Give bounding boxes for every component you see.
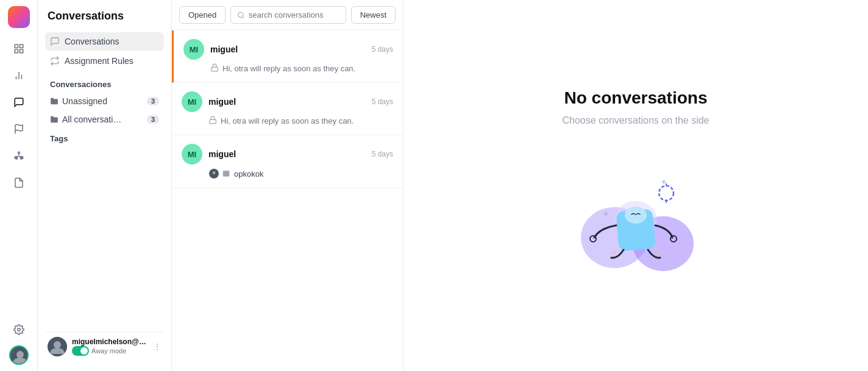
- sidebar-folder-all-conversations[interactable]: All conversati… 3: [45, 111, 164, 128]
- conv-preview-0: Hi, otra will reply as soon as they can.: [183, 63, 393, 74]
- svg-point-13: [16, 351, 24, 358]
- conversation-toolbar: Opened Newest: [172, 0, 403, 30]
- svg-line-17: [243, 16, 244, 18]
- sidebar-conversations-label: Conversations: [65, 37, 119, 46]
- nav-icon-reports[interactable]: [8, 38, 30, 60]
- conv-item-header-1: MI miguel 5 days: [182, 91, 393, 112]
- conv-avatar-initials-1: MI: [188, 97, 196, 107]
- svg-rect-2: [20, 50, 23, 53]
- sidebar-section-conversaciones: Conversaciones: [45, 74, 164, 93]
- conv-avatar-initials-0: MI: [190, 45, 198, 54]
- sidebar-unassigned-label: Unassigned: [62, 96, 107, 106]
- conversation-item-1[interactable]: MI miguel 5 days Hi, otra will reply as …: [172, 83, 403, 135]
- sidebar-tags-section: Tags: [45, 129, 164, 148]
- conv-preview-2: opkokok: [182, 168, 393, 179]
- svg-point-15: [54, 341, 61, 348]
- conv-preview-icon-0: [210, 63, 219, 74]
- conv-preview-text-0: Hi, otra will reply as soon as they can.: [222, 64, 355, 73]
- user-more-button[interactable]: ⋮: [153, 342, 162, 352]
- user-icon-small[interactable]: [9, 345, 29, 365]
- sort-button[interactable]: Newest: [351, 6, 396, 24]
- conversation-list: MI miguel 5 days Hi, otra will reply as …: [172, 30, 403, 371]
- user-name: miguelmichelson@g…: [72, 337, 148, 346]
- conv-name-2: miguel: [208, 149, 366, 159]
- away-mode-toggle[interactable]: [72, 346, 89, 356]
- svg-point-11: [17, 328, 20, 331]
- svg-rect-3: [15, 50, 18, 53]
- svg-point-8: [18, 152, 20, 154]
- sidebar: Conversations Conversations Assignment R…: [38, 0, 172, 371]
- conv-preview-label-2: opkokok: [234, 169, 263, 178]
- conv-time-0: 5 days: [372, 45, 393, 54]
- user-info: miguelmichelson@g… Away mode: [72, 337, 148, 356]
- nav-icon-bar-chart[interactable]: [8, 65, 30, 87]
- conv-avatar-small-2: [208, 168, 230, 179]
- conv-item-header-2: MI miguel 5 days: [182, 144, 393, 164]
- main-content: No conversations Choose conversations on…: [404, 0, 868, 371]
- sidebar-all-conversations-badge: 3: [147, 115, 159, 124]
- svg-rect-0: [15, 44, 18, 48]
- away-mode-label: Away mode: [91, 347, 126, 355]
- folder-icon-unassigned: [50, 97, 59, 105]
- conv-avatar-2: MI: [182, 144, 202, 164]
- search-box: [230, 6, 346, 24]
- conv-name-1: miguel: [208, 97, 366, 107]
- icon-bar: [0, 0, 38, 371]
- conv-avatar-initials-2: MI: [188, 150, 196, 159]
- folder-icon-all: [50, 115, 59, 124]
- conv-avatar-1: MI: [182, 91, 202, 112]
- sidebar-folder-unassigned[interactable]: Unassigned 3: [45, 93, 164, 110]
- svg-rect-1: [20, 44, 23, 48]
- svg-text:+: +: [603, 208, 608, 218]
- conv-preview-icon-1: [208, 116, 217, 126]
- svg-point-29: [625, 207, 647, 224]
- nav-icon-flag[interactable]: [8, 118, 30, 140]
- sidebar-all-conversations-label: All conversati…: [62, 115, 121, 124]
- conversation-list-panel: Opened Newest MI miguel 5 days Hi, otra …: [172, 0, 404, 371]
- svg-point-16: [238, 12, 243, 17]
- nav-icon-chat[interactable]: [8, 91, 30, 113]
- svg-point-21: [213, 171, 216, 174]
- conv-preview-text-1: Hi, otra will reply as soon as they can.: [221, 116, 354, 125]
- search-icon: [237, 11, 244, 19]
- sidebar-item-conversations[interactable]: Conversations: [45, 32, 164, 51]
- conversation-item-2[interactable]: MI miguel 5 days opkokok: [172, 135, 403, 188]
- svg-rect-19: [210, 119, 216, 123]
- conv-time-1: 5 days: [372, 97, 393, 106]
- no-conversations-title: No conversations: [564, 88, 708, 108]
- conv-avatar-0: MI: [183, 39, 204, 60]
- nav-icon-org[interactable]: [8, 145, 30, 167]
- conv-preview-1: Hi, otra will reply as soon as they can.: [182, 116, 393, 126]
- illustration-svg: + +: [569, 149, 703, 283]
- no-conversations-subtitle: Choose conversations on the side: [562, 115, 709, 126]
- conv-name-0: miguel: [210, 44, 366, 54]
- sidebar-title: Conversations: [45, 10, 164, 23]
- shuffle-icon: [50, 56, 60, 66]
- filter-button[interactable]: Opened: [179, 6, 226, 24]
- search-input[interactable]: [249, 10, 340, 19]
- nav-icon-notes[interactable]: [8, 172, 30, 194]
- svg-text:+: +: [661, 177, 666, 186]
- nav-icon-settings[interactable]: [8, 319, 30, 341]
- sidebar-item-assignment-rules[interactable]: Assignment Rules: [45, 52, 164, 70]
- sidebar-unassigned-badge: 3: [147, 97, 159, 105]
- conv-item-header-0: MI miguel 5 days: [183, 39, 393, 60]
- chat-icon: [50, 37, 60, 46]
- sidebar-assignment-rules-label: Assignment Rules: [65, 56, 133, 66]
- user-avatar[interactable]: [48, 337, 67, 356]
- svg-rect-22: [223, 171, 230, 176]
- app-logo[interactable]: [8, 6, 30, 28]
- user-status: Away mode: [72, 346, 148, 356]
- svg-point-32: [659, 186, 674, 200]
- empty-state-illustration: + +: [569, 149, 703, 283]
- conv-time-2: 5 days: [372, 150, 393, 158]
- user-footer: miguelmichelson@g… Away mode ⋮: [45, 331, 164, 361]
- svg-rect-18: [212, 67, 218, 71]
- conversation-item-0[interactable]: MI miguel 5 days Hi, otra will reply as …: [172, 30, 403, 83]
